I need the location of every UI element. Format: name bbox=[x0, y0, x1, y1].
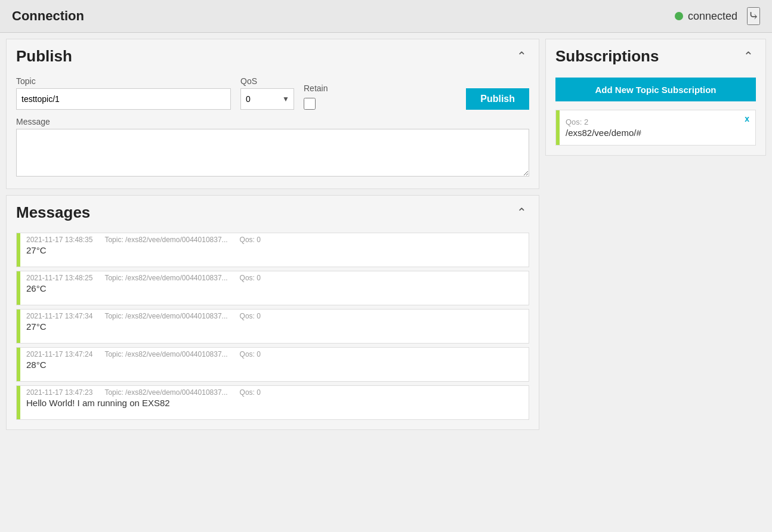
message-meta: 2021-11-17 13:47:23 Topic: /exs82/vee/de… bbox=[26, 388, 523, 397]
message-item: 2021-11-17 13:47:34 Topic: /exs82/vee/de… bbox=[16, 309, 529, 344]
message-body: 26°C bbox=[26, 283, 523, 293]
message-topic: Topic: /exs82/vee/demo/0044010837... bbox=[104, 312, 227, 320]
message-qos: Qos: 0 bbox=[240, 350, 261, 358]
message-topic: Topic: /exs82/vee/demo/0044010837... bbox=[104, 236, 227, 244]
connection-title: Connection bbox=[12, 8, 84, 24]
publish-panel-header: Publish ⌃ bbox=[7, 39, 539, 70]
messages-title: Messages bbox=[16, 203, 90, 222]
messages-body: 2021-11-17 13:48:35 Topic: /exs82/vee/de… bbox=[7, 227, 539, 429]
collapse-header-btn[interactable]: ⤷ bbox=[747, 7, 760, 25]
message-content: 2021-11-17 13:48:25 Topic: /exs82/vee/de… bbox=[20, 271, 529, 305]
message-meta: 2021-11-17 13:47:34 Topic: /exs82/vee/de… bbox=[26, 312, 523, 320]
subscription-content: Qos: 2 /exs82/vee/demo/# bbox=[560, 110, 739, 145]
message-content: 2021-11-17 13:47:24 Topic: /exs82/vee/de… bbox=[20, 348, 529, 381]
message-timestamp: 2021-11-17 13:47:23 bbox=[26, 388, 92, 397]
publish-collapse-btn[interactable]: ⌃ bbox=[514, 47, 529, 66]
message-item: 2021-11-17 13:48:35 Topic: /exs82/vee/de… bbox=[16, 233, 529, 267]
message-item: 2021-11-17 13:47:24 Topic: /exs82/vee/de… bbox=[16, 347, 529, 382]
connected-label: connected bbox=[688, 10, 737, 23]
publish-top-row: Topic QoS 0 1 2 ▼ bbox=[16, 76, 529, 110]
messages-panel: Messages ⌃ 2021-11-17 13:48:35 Topic: /e… bbox=[6, 195, 539, 430]
left-column: Publish ⌃ Topic QoS 0 1 bbox=[6, 39, 539, 430]
qos-select[interactable]: 0 1 2 bbox=[240, 88, 294, 110]
topic-label: Topic bbox=[16, 76, 231, 86]
message-qos: Qos: 0 bbox=[240, 236, 261, 244]
message-timestamp: 2021-11-17 13:47:34 bbox=[26, 312, 92, 320]
message-body: 28°C bbox=[26, 360, 523, 370]
right-column: Subscriptions ⌃ Add New Topic Subscripti… bbox=[545, 39, 766, 430]
message-field-group: Message bbox=[16, 117, 529, 177]
message-content: 2021-11-17 13:47:34 Topic: /exs82/vee/de… bbox=[20, 310, 529, 343]
message-meta: 2021-11-17 13:48:25 Topic: /exs82/vee/de… bbox=[26, 274, 523, 282]
subscription-close-btn[interactable]: x bbox=[739, 110, 755, 145]
qos-label: QoS bbox=[240, 76, 294, 86]
retain-checkbox[interactable] bbox=[304, 98, 316, 110]
message-content: 2021-11-17 13:48:35 Topic: /exs82/vee/de… bbox=[20, 233, 529, 267]
message-body: Hello World! I am running on EXS82 bbox=[26, 398, 523, 408]
subscription-qos: Qos: 2 bbox=[566, 117, 733, 126]
main-layout: Publish ⌃ Topic QoS 0 1 bbox=[0, 33, 772, 436]
message-item: 2021-11-17 13:48:25 Topic: /exs82/vee/de… bbox=[16, 271, 529, 305]
publish-button[interactable]: Publish bbox=[466, 88, 529, 110]
subscriptions-panel: Subscriptions ⌃ Add New Topic Subscripti… bbox=[545, 39, 766, 156]
publish-form: Topic QoS 0 1 2 ▼ bbox=[7, 70, 539, 188]
qos-field-group: QoS 0 1 2 ▼ bbox=[240, 76, 294, 110]
add-subscription-button[interactable]: Add New Topic Subscription bbox=[555, 78, 756, 101]
message-topic: Topic: /exs82/vee/demo/0044010837... bbox=[104, 350, 227, 358]
message-qos: Qos: 0 bbox=[240, 312, 261, 320]
subscriptions-list: Qos: 2 /exs82/vee/demo/# x bbox=[555, 110, 756, 146]
subscription-item: Qos: 2 /exs82/vee/demo/# x bbox=[555, 110, 756, 146]
messages-collapse-btn[interactable]: ⌃ bbox=[514, 203, 529, 222]
subscriptions-panel-header: Subscriptions ⌃ bbox=[546, 39, 765, 70]
message-timestamp: 2021-11-17 13:47:24 bbox=[26, 350, 92, 358]
message-body: 27°C bbox=[26, 245, 523, 255]
message-qos: Qos: 0 bbox=[240, 388, 261, 397]
top-bar-right: connected ⤷ bbox=[675, 7, 760, 25]
subscriptions-collapse-btn[interactable]: ⌃ bbox=[741, 47, 756, 66]
publish-title: Publish bbox=[16, 47, 72, 66]
retain-field-group: Retain bbox=[304, 83, 328, 110]
connected-dot bbox=[675, 12, 683, 20]
message-topic: Topic: /exs82/vee/demo/0044010837... bbox=[104, 274, 227, 282]
message-timestamp: 2021-11-17 13:48:25 bbox=[26, 274, 92, 282]
message-label: Message bbox=[16, 117, 529, 126]
messages-panel-header: Messages ⌃ bbox=[7, 196, 539, 227]
retain-label: Retain bbox=[304, 83, 328, 93]
topic-field-group: Topic bbox=[16, 76, 231, 110]
message-meta: 2021-11-17 13:48:35 Topic: /exs82/vee/de… bbox=[26, 236, 523, 244]
subscription-topic: /exs82/vee/demo/# bbox=[566, 128, 733, 138]
message-meta: 2021-11-17 13:47:24 Topic: /exs82/vee/de… bbox=[26, 350, 523, 358]
topic-input[interactable] bbox=[16, 88, 231, 110]
message-content: 2021-11-17 13:47:23 Topic: /exs82/vee/de… bbox=[20, 386, 529, 419]
connection-status: connected bbox=[675, 10, 737, 23]
top-bar: Connection connected ⤷ bbox=[0, 0, 772, 33]
subscriptions-title: Subscriptions bbox=[555, 47, 659, 66]
message-textarea[interactable] bbox=[16, 129, 529, 177]
message-qos: Qos: 0 bbox=[240, 274, 261, 282]
message-topic: Topic: /exs82/vee/demo/0044010837... bbox=[104, 388, 227, 397]
message-timestamp: 2021-11-17 13:48:35 bbox=[26, 236, 92, 244]
message-item: 2021-11-17 13:47:23 Topic: /exs82/vee/de… bbox=[16, 385, 529, 420]
publish-panel: Publish ⌃ Topic QoS 0 1 bbox=[6, 39, 539, 189]
message-body: 27°C bbox=[26, 321, 523, 332]
qos-select-wrapper: 0 1 2 ▼ bbox=[240, 88, 294, 110]
subscriptions-body: Add New Topic Subscription Qos: 2 /exs82… bbox=[546, 70, 765, 155]
